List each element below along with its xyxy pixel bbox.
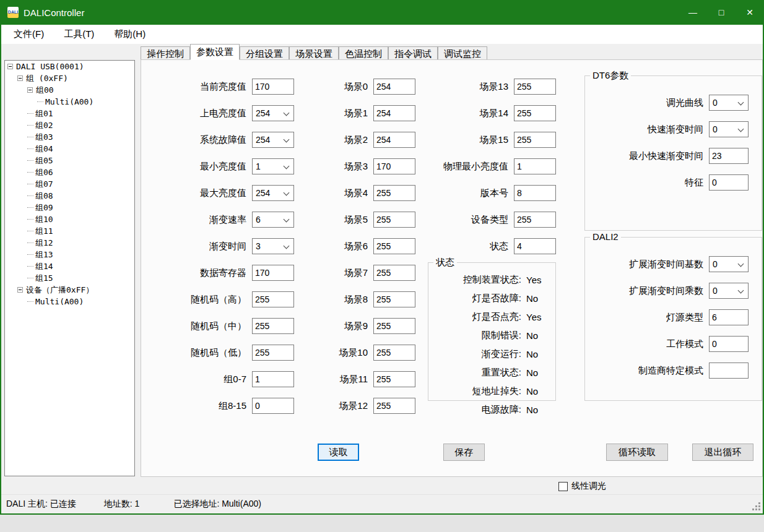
field-input[interactable] [514, 132, 556, 148]
field-label: 场景4 [308, 187, 368, 199]
menu-tools[interactable]: 工具(T) [56, 28, 102, 40]
field-input[interactable] [373, 158, 415, 174]
field-input[interactable] [514, 79, 556, 95]
field-dropdown[interactable]: 254 [252, 105, 294, 121]
field-input[interactable] [373, 318, 415, 334]
tree-item[interactable]: 组11 [5, 225, 134, 237]
field-input[interactable] [373, 398, 415, 414]
tab-3[interactable]: 场景设置 [289, 46, 339, 60]
field-input[interactable] [252, 345, 294, 361]
field-dropdown[interactable]: 0 [709, 256, 749, 272]
field-input[interactable] [373, 291, 415, 307]
save-button[interactable]: 保存 [443, 444, 485, 461]
tree-item[interactable]: 组07 [5, 178, 134, 190]
field-input[interactable] [373, 212, 415, 228]
tree-connector [27, 242, 33, 243]
field-input[interactable] [514, 212, 556, 228]
field-input[interactable] [514, 238, 556, 254]
tree-item[interactable]: DALI USB(0001) [5, 61, 134, 72]
tab-4[interactable]: 色温控制 [339, 46, 388, 60]
menu-file[interactable]: 文件(F) [6, 28, 51, 40]
tab-6[interactable]: 调试监控 [438, 46, 487, 60]
tree-item[interactable]: 组15 [5, 272, 134, 284]
field-input[interactable] [514, 185, 556, 201]
tree-item[interactable]: 组14 [5, 260, 134, 272]
title-bar: DALI DALIController — □ ✕ [0, 0, 764, 25]
tree-item[interactable]: 组09 [5, 202, 134, 213]
tree-connector [27, 160, 33, 161]
tree-item[interactable]: 组12 [5, 237, 134, 249]
collapse-icon[interactable] [7, 64, 13, 69]
loop-read-button[interactable]: 循环读取 [606, 444, 668, 461]
tree-item[interactable]: 组08 [5, 190, 134, 202]
field-dropdown[interactable]: 6 [252, 212, 294, 228]
field-input[interactable] [514, 158, 556, 174]
field-input[interactable] [252, 318, 294, 334]
maximize-button[interactable]: □ [707, 0, 736, 25]
tab-2[interactable]: 分组设置 [240, 46, 289, 60]
field-label: 系统故障值 [175, 134, 246, 146]
field-input[interactable] [373, 238, 415, 254]
tree-item[interactable]: 组10 [5, 213, 134, 225]
tab-5[interactable]: 指令调试 [388, 46, 438, 60]
field-input[interactable] [252, 265, 294, 281]
field-input[interactable] [252, 398, 294, 414]
collapse-icon[interactable] [27, 87, 33, 93]
field-label: 扩展渐变时间基数 [585, 259, 703, 270]
tree-item[interactable]: 组13 [5, 249, 134, 260]
field-input[interactable] [514, 105, 556, 121]
status-label: 短地址掉失: [428, 385, 521, 397]
field-dropdown[interactable]: 0 [709, 283, 749, 299]
field-input[interactable] [252, 291, 294, 307]
tree-item[interactable]: 组06 [5, 166, 134, 178]
tree-item[interactable]: 组04 [5, 143, 134, 155]
field-label: 版本号 [410, 187, 508, 199]
close-button[interactable]: ✕ [736, 0, 764, 25]
field-input[interactable] [373, 265, 415, 281]
form-row: 场景2 [308, 132, 415, 148]
field-input[interactable] [373, 132, 415, 148]
tab-1[interactable]: 参数设置 [190, 44, 240, 60]
resize-grip[interactable] [752, 502, 760, 510]
tree-item[interactable]: 组05 [5, 155, 134, 166]
menu-help[interactable]: 帮助(H) [106, 28, 153, 40]
field-input[interactable] [709, 309, 749, 325]
collapse-icon[interactable] [17, 287, 23, 293]
field-input[interactable] [252, 79, 294, 95]
collapse-icon[interactable] [17, 75, 23, 81]
tree-item[interactable]: 组00 [5, 84, 134, 96]
field-input[interactable] [709, 174, 749, 191]
tree-item[interactable]: 组 (0xFF) [5, 72, 134, 84]
read-button[interactable]: 读取 [318, 444, 359, 461]
linear-dimming-option[interactable]: 线性调光 [558, 481, 606, 492]
field-dropdown[interactable]: 0 [709, 121, 749, 137]
field-input[interactable] [709, 148, 749, 164]
linear-dimming-checkbox[interactable] [558, 482, 568, 491]
tree-item[interactable]: 组01 [5, 108, 134, 119]
tree-item[interactable]: 组02 [5, 119, 134, 131]
field-input[interactable] [709, 363, 749, 379]
tree-item[interactable]: 设备（广播0xFF） [5, 284, 134, 296]
tree-connector [27, 184, 33, 184]
field-dropdown[interactable]: 3 [252, 238, 294, 254]
field-label: 场景13 [410, 81, 508, 93]
field-dropdown[interactable]: 1 [252, 158, 294, 174]
exit-loop-button[interactable]: 退出循环 [692, 444, 753, 461]
form-row: 场景4 [308, 185, 415, 201]
linear-dimming-label: 线性调光 [571, 481, 606, 492]
field-input[interactable] [709, 336, 749, 352]
field-input[interactable] [252, 371, 294, 387]
field-input[interactable] [373, 105, 415, 121]
tab-0[interactable]: 操作控制 [141, 46, 190, 60]
minimize-button[interactable]: — [679, 0, 707, 25]
field-input[interactable] [373, 345, 415, 361]
tree-item[interactable]: Multi(A00) [5, 96, 134, 108]
field-input[interactable] [373, 185, 415, 201]
field-dropdown[interactable]: 254 [252, 185, 294, 201]
field-input[interactable] [373, 371, 415, 387]
field-dropdown[interactable]: 254 [252, 132, 294, 148]
tree-item[interactable]: 组03 [5, 131, 134, 143]
field-dropdown[interactable]: 0 [709, 95, 749, 111]
tree-item[interactable]: Multi(A00) [5, 296, 134, 307]
field-input[interactable] [373, 79, 415, 95]
